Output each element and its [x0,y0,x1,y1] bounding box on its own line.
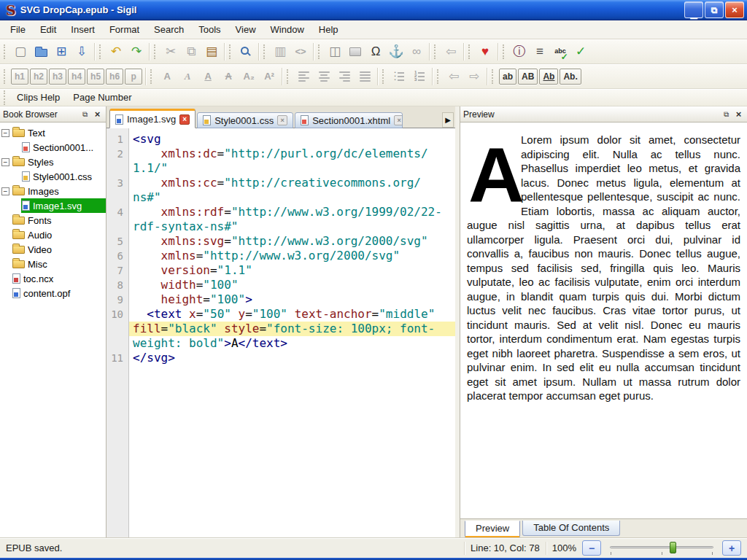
toc-bottom-tab[interactable]: Table Of Contents [522,521,620,536]
tree-item-image1-svg[interactable]: Image1.svg [0,198,106,213]
uppercase-button[interactable]: AB [518,69,538,85]
toolbar-handle[interactable] [287,69,290,84]
minimize-button[interactable]: ▁ [684,1,703,18]
insert-file-button[interactable] [346,42,365,61]
zoom-out-button[interactable]: − [582,540,601,556]
toolbar-handle[interactable] [318,44,321,59]
toolbar-handle[interactable] [263,44,266,59]
tree-item-audio-folder[interactable]: Audio [0,228,106,242]
tab-close-icon[interactable]: × [179,114,190,125]
bold-button[interactable]: A [158,67,177,86]
tab-close-icon[interactable]: × [394,115,403,125]
align-right-button[interactable] [335,67,354,86]
tree-item-images-folder[interactable]: −Images [0,184,106,198]
expander-icon[interactable]: − [1,187,9,195]
tree-item-video-folder[interactable]: Video [0,242,106,257]
paste-button[interactable]: ▤ [202,42,221,61]
donate-button[interactable]: ♥ [476,42,495,61]
heading-2-button[interactable]: h2 [30,69,47,85]
numbered-list-button[interactable]: 123 [410,67,429,86]
panel-float-icon[interactable]: ⧉ [80,109,90,120]
panel-float-icon[interactable]: ⧉ [721,109,732,120]
tree-item-content-opf[interactable]: content.opf [0,286,106,300]
code-view-button[interactable]: <> [291,42,310,61]
add-existing-files-button[interactable]: ⊞ [52,42,71,61]
heading-6-button[interactable]: h6 [106,69,123,85]
metadata-editor-button[interactable]: ⓘ [510,42,529,61]
tree-item-style0001-css[interactable]: Style0001.css [0,169,106,184]
heading-3-button[interactable]: h3 [49,69,66,85]
toolbar-handle[interactable] [503,44,506,59]
italic-button[interactable]: A [178,67,197,86]
menu-file[interactable]: File [3,21,33,38]
tab-scroll-right-icon[interactable]: ▶ [442,112,454,128]
insert-link-button[interactable]: ∞ [407,42,426,61]
tree-item-misc-folder[interactable]: Misc [0,257,106,271]
menu-format[interactable]: Format [102,21,147,38]
toolbar-handle[interactable] [99,44,102,59]
underline-button[interactable]: A [198,67,217,86]
spellcheck-button[interactable]: abc✓ [551,42,570,61]
cut-button[interactable]: ✂ [161,42,180,61]
toolbar-handle[interactable] [492,69,495,84]
align-left-button[interactable] [294,67,313,86]
toolbar-handle[interactable] [150,69,153,84]
toolbar-handle[interactable] [437,69,440,84]
heading-5-button[interactable]: h5 [87,69,104,85]
clips-help-button[interactable]: Clips Help [11,88,66,107]
toolbar-handle[interactable] [4,90,7,105]
toolbar-handle[interactable] [4,69,7,84]
lowercase-button[interactable]: ab [499,69,516,85]
toolbar-handle[interactable] [434,44,437,59]
save-epub-button[interactable]: ⇩ [72,42,91,61]
panel-close-icon[interactable]: × [733,109,744,120]
menu-tools[interactable]: Tools [191,21,228,38]
expander-icon[interactable]: − [1,129,9,137]
tree-item-text-folder[interactable]: −Text [0,125,106,140]
new-epub-button[interactable]: ▢ [11,42,30,61]
undo-button[interactable]: ↶ [107,42,125,61]
bullet-list-button[interactable]: ••• [390,67,409,86]
zoom-in-button[interactable]: + [722,540,741,556]
expander-icon[interactable]: − [1,158,9,166]
insert-id-button[interactable]: ⚓ [387,42,406,61]
panel-close-icon[interactable]: × [92,109,103,120]
toolbar-handle[interactable] [229,44,232,59]
strikethrough-button[interactable]: A [219,67,238,86]
back-button[interactable]: ⇦ [441,42,460,61]
toolbar-handle[interactable] [468,44,471,59]
redo-button[interactable]: ↷ [127,42,146,61]
heading-1-button[interactable]: h1 [11,69,28,85]
menu-help[interactable]: Help [311,21,346,38]
tab-close-icon[interactable]: × [277,115,287,125]
tree-item-styles-folder[interactable]: −Styles [0,155,106,169]
tree-item-fonts-folder[interactable]: Fonts [0,213,106,228]
capitalize-button[interactable]: Ab. [560,69,581,85]
toc-editor-button[interactable]: ≡ [530,42,549,61]
tab-section0001-xhtml[interactable]: Section0001.xhtml× [295,112,403,128]
find-replace-button[interactable] [236,42,255,61]
tree-item-toc-ncx[interactable]: toc.ncx [0,271,106,286]
validate-epub-button[interactable]: ✓ [571,42,590,61]
tree-item-section0001[interactable]: Section0001... [0,140,106,155]
paragraph-button[interactable]: p [125,69,142,85]
heading-4-button[interactable]: h4 [68,69,85,85]
insert-special-character-button[interactable]: Ω [366,42,385,61]
align-justify-button[interactable] [355,67,374,86]
menu-window[interactable]: Window [263,21,311,38]
align-center-button[interactable] [314,67,333,86]
code-editor[interactable]: 1<svg2 xmlns:dc="http://purl.org/dc/elem… [107,128,455,537]
book-view-button[interactable]: ▥ [271,42,290,61]
menu-search[interactable]: Search [147,21,191,38]
subscript-button[interactable]: A₂ [239,67,258,86]
zoom-slider[interactable] [607,540,716,556]
zoom-slider-thumb[interactable] [670,542,676,553]
superscript-button[interactable]: A² [260,67,279,86]
toolbar-handle[interactable] [4,44,7,59]
menu-insert[interactable]: Insert [63,21,102,38]
menu-view[interactable]: View [228,21,263,38]
tab-style0001-css[interactable]: Style0001.css× [197,112,293,128]
titlecase-button[interactable]: Ab [539,69,558,85]
toolbar-handle[interactable] [154,44,157,59]
indent-button[interactable]: ⇨ [465,67,484,86]
